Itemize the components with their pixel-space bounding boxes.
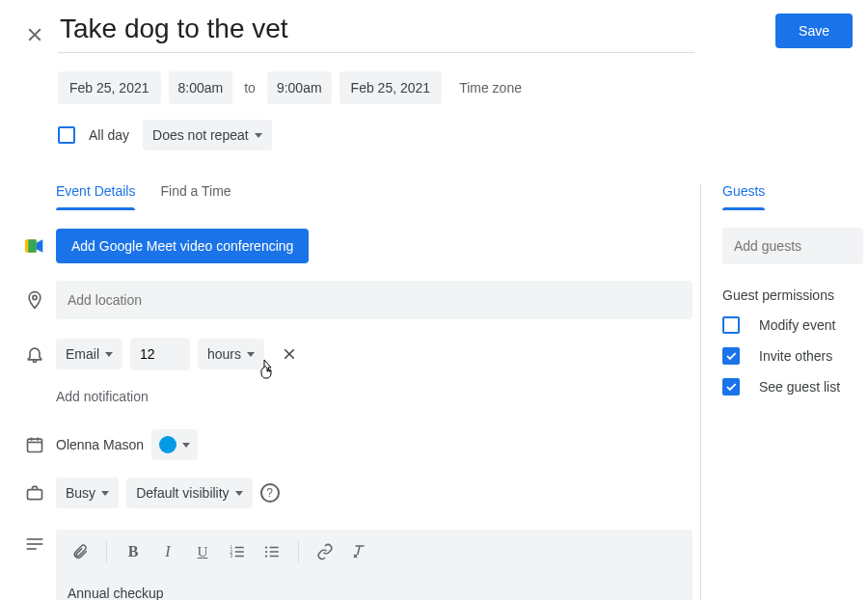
chevron-down-icon — [182, 443, 190, 448]
notification-value-input[interactable] — [130, 338, 190, 370]
availability-dropdown[interactable]: Busy — [56, 477, 119, 508]
bell-icon — [14, 344, 56, 364]
clear-format-icon — [351, 543, 368, 560]
description-input[interactable]: Annual checkup — [56, 574, 692, 600]
svg-rect-1 — [28, 239, 36, 252]
calendar-owner-label: Olenna Mason — [56, 437, 144, 452]
notification-method-dropdown[interactable]: Email — [56, 339, 122, 369]
visibility-dropdown[interactable]: Default visibility — [126, 477, 252, 508]
all-day-checkbox[interactable] — [58, 126, 75, 144]
check-icon — [724, 380, 738, 394]
notification-method-label: Email — [66, 346, 99, 362]
visibility-label: Default visibility — [136, 485, 229, 501]
time-start-chip[interactable]: 8:00am — [169, 71, 233, 104]
calendar-icon — [14, 435, 56, 454]
clear-formatting-button[interactable] — [345, 537, 374, 566]
help-icon[interactable]: ? — [260, 483, 280, 503]
close-icon — [281, 345, 298, 363]
all-day-label: All day — [89, 127, 129, 143]
invite-others-checkbox[interactable] — [722, 347, 740, 365]
svg-point-3 — [33, 295, 37, 299]
location-input[interactable] — [56, 281, 692, 319]
description-icon — [14, 530, 56, 551]
see-guest-list-checkbox[interactable] — [722, 378, 740, 395]
svg-rect-8 — [28, 490, 42, 500]
notification-unit-dropdown[interactable]: hours — [198, 339, 264, 369]
close-button[interactable] — [15, 15, 54, 54]
add-meet-button[interactable]: Add Google Meet video conferencing — [56, 229, 309, 263]
remove-notification-button[interactable] — [272, 337, 307, 371]
ordered-list-button[interactable]: 123 — [223, 537, 252, 566]
bullet-list-icon — [263, 543, 281, 560]
chevron-down-icon — [105, 352, 113, 357]
location-icon — [14, 290, 56, 310]
invite-others-label: Invite others — [759, 348, 832, 364]
date-start-chip[interactable]: Feb 25, 2021 — [58, 71, 161, 104]
unordered-list-button[interactable] — [258, 537, 286, 566]
check-icon — [724, 349, 738, 363]
separator — [106, 541, 107, 562]
to-label: to — [240, 80, 259, 95]
link-icon — [316, 543, 334, 560]
italic-button[interactable]: I — [153, 537, 182, 566]
svg-point-16 — [265, 551, 267, 553]
tab-guests[interactable]: Guests — [722, 183, 765, 210]
see-guest-list-label: See guest list — [759, 379, 840, 395]
attach-button[interactable] — [66, 537, 95, 566]
svg-point-17 — [265, 555, 267, 557]
svg-text:3: 3 — [231, 554, 233, 559]
repeat-dropdown[interactable]: Does not repeat — [143, 120, 272, 150]
add-guests-input[interactable] — [722, 228, 863, 264]
description-toolbar: B I U 123 — [56, 530, 692, 574]
notification-unit-label: hours — [207, 346, 241, 362]
tab-find-a-time[interactable]: Find a Time — [160, 183, 231, 210]
svg-point-15 — [265, 546, 267, 548]
event-title-input[interactable] — [58, 8, 694, 53]
briefcase-icon — [14, 483, 56, 503]
timezone-button[interactable]: Time zone — [459, 80, 522, 95]
save-button[interactable]: Save — [775, 14, 853, 48]
bold-button[interactable]: B — [119, 537, 148, 566]
chevron-down-icon — [235, 491, 243, 496]
repeat-label: Does not repeat — [152, 127, 249, 143]
color-dot-icon — [159, 436, 176, 453]
guest-permissions-heading: Guest permissions — [722, 287, 863, 303]
close-icon — [24, 24, 45, 45]
chevron-down-icon — [247, 352, 255, 357]
paperclip-icon — [71, 543, 89, 560]
time-end-chip[interactable]: 9:00am — [267, 71, 332, 104]
tab-event-details[interactable]: Event Details — [56, 183, 135, 210]
calendar-color-dropdown[interactable] — [151, 429, 198, 460]
google-meet-icon — [14, 237, 56, 255]
modify-event-checkbox[interactable] — [722, 316, 740, 334]
chevron-down-icon — [101, 491, 109, 496]
add-notification-button[interactable]: Add notification — [56, 389, 692, 404]
modify-event-label: Modify event — [759, 317, 835, 333]
svg-marker-2 — [37, 239, 43, 252]
separator — [298, 541, 299, 562]
chevron-down-icon — [255, 133, 262, 138]
link-button[interactable] — [311, 537, 339, 566]
underline-button[interactable]: U — [188, 537, 217, 566]
numbered-list-icon: 123 — [229, 543, 246, 560]
date-end-chip[interactable]: Feb 25, 2021 — [339, 71, 443, 104]
availability-label: Busy — [66, 485, 95, 501]
svg-rect-4 — [28, 439, 42, 451]
